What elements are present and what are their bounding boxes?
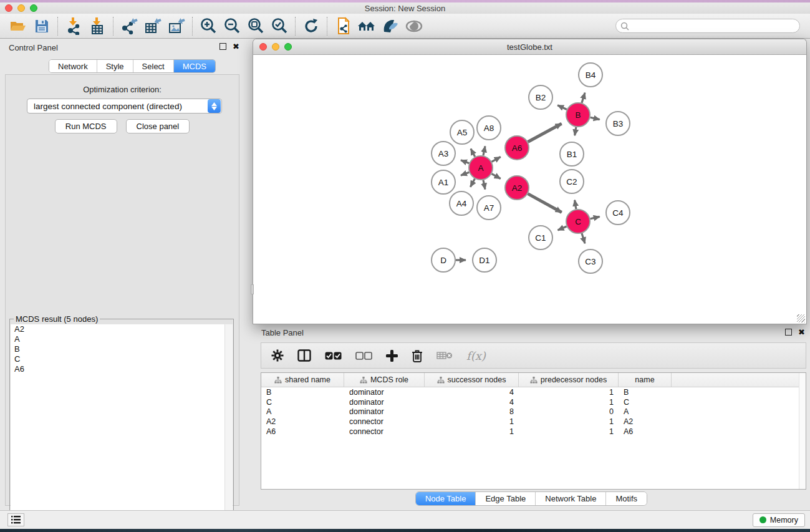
graph-edge-A-A3[interactable] — [461, 160, 469, 163]
table-cell[interactable]: 8 — [425, 407, 519, 416]
table-cell[interactable]: connector — [344, 427, 425, 436]
zoom-fit-button[interactable] — [244, 16, 268, 37]
tab-mcds[interactable]: MCDS — [174, 60, 215, 72]
apply-layout-button[interactable] — [299, 16, 323, 37]
table-cell[interactable]: 1 — [425, 427, 519, 436]
column-header[interactable]: successor nodes — [425, 373, 519, 387]
network-from-selection-button[interactable] — [331, 16, 355, 37]
node-table[interactable]: shared nameMCDS rolesuccessor nodesprede… — [261, 372, 806, 490]
import-table-button[interactable] — [85, 16, 109, 37]
table-cell[interactable]: A6 — [261, 427, 344, 436]
export-network-button[interactable] — [117, 16, 141, 37]
style-paint-button[interactable] — [378, 16, 402, 37]
tab-style[interactable]: Style — [97, 60, 133, 72]
open-session-button[interactable] — [6, 16, 30, 37]
search-input[interactable] — [629, 21, 799, 32]
table-cell[interactable]: 1 — [519, 398, 619, 407]
add-column-button[interactable] — [386, 350, 398, 362]
network-window-titlebar[interactable]: testGlobe.txt — [253, 39, 807, 55]
graph-edge-A-A1[interactable] — [461, 172, 469, 175]
table-cell[interactable]: A — [619, 407, 672, 416]
delete-column-button[interactable] — [412, 349, 423, 362]
graph-edge-A6-B[interactable] — [528, 123, 562, 142]
memory-button[interactable]: Memory — [753, 513, 805, 527]
column-header[interactable]: shared name — [261, 373, 344, 387]
search-field[interactable] — [615, 19, 800, 33]
table-row[interactable]: A2connector11A2 — [261, 417, 806, 427]
zoom-selected-button[interactable] — [268, 16, 291, 37]
graph-edge-C-C2[interactable] — [575, 200, 576, 210]
table-settings-button[interactable] — [271, 349, 284, 362]
export-table-button[interactable] — [141, 16, 165, 37]
table-cell[interactable]: connector — [344, 417, 425, 426]
list-scrollbar[interactable] — [224, 324, 233, 532]
eye-button[interactable] — [402, 16, 426, 37]
list-item[interactable]: B — [11, 344, 233, 354]
table-cell[interactable]: dominator — [344, 407, 425, 416]
column-header[interactable]: predecessor nodes — [519, 373, 619, 387]
tab-node-table[interactable]: Node Table — [416, 492, 476, 505]
table-row[interactable]: Adominator80A — [261, 407, 806, 417]
table-cell[interactable]: C — [619, 398, 672, 407]
table-cell[interactable]: 1 — [519, 388, 619, 397]
graph-edge-A-A4[interactable] — [470, 179, 475, 187]
import-network-button[interactable] — [62, 16, 85, 37]
zoom-in-button[interactable] — [196, 16, 220, 37]
graph-edge-B-B4[interactable] — [582, 93, 585, 103]
list-item[interactable]: A6 — [11, 364, 233, 374]
float-panel-icon[interactable] — [219, 43, 226, 50]
table-cell[interactable]: dominator — [344, 388, 425, 397]
graph-edge-C-C4[interactable] — [591, 216, 600, 218]
graph-edge-A-A6[interactable] — [492, 157, 501, 162]
zoom-out-button[interactable] — [220, 16, 244, 37]
graph-edge-A-A2[interactable] — [492, 174, 501, 179]
window-resize-grip[interactable] — [797, 314, 805, 322]
tab-motifs[interactable]: Motifs — [606, 492, 647, 505]
table-cell[interactable]: 1 — [425, 417, 519, 426]
table-row[interactable]: Bdominator41B — [261, 387, 806, 397]
view-splitter-handle[interactable] — [251, 284, 254, 294]
run-mcds-button[interactable]: Run MCDS — [55, 119, 117, 133]
table-cell[interactable]: 0 — [519, 407, 619, 416]
graph-edge-A-A7[interactable] — [483, 180, 485, 190]
table-cell[interactable]: 4 — [425, 388, 519, 397]
network-canvas[interactable]: B4B2BB3A8A5A6A3B1AA1C2A2A4A7C4CC1C3DD1 — [253, 55, 807, 324]
table-cell[interactable]: C — [261, 398, 344, 407]
list-item[interactable]: A — [11, 334, 233, 344]
table-cell[interactable]: 1 — [519, 427, 619, 436]
show-columns-button[interactable] — [297, 349, 311, 362]
network-graph[interactable]: B4B2BB3A8A5A6A3B1AA1C2A2A4A7C4CC1C3DD1 — [253, 55, 806, 324]
table-cell[interactable]: B — [619, 388, 672, 397]
select-all-button[interactable] — [325, 352, 342, 360]
table-scrollbar[interactable] — [799, 373, 806, 489]
graph-edge-B-B2[interactable] — [557, 105, 567, 110]
graph-edge-A-A8[interactable] — [483, 146, 485, 155]
table-cell[interactable]: A6 — [619, 427, 672, 436]
graph-edge-C-C1[interactable] — [558, 226, 567, 230]
graph-edge-A-A5[interactable] — [471, 149, 475, 157]
graph-edge-C-C3[interactable] — [582, 233, 585, 243]
deselect-all-button[interactable] — [355, 352, 372, 360]
table-cell[interactable]: A — [261, 407, 344, 416]
table-cell[interactable]: 1 — [519, 417, 619, 426]
criterion-select[interactable]: largest connected component (directed) — [27, 99, 222, 114]
close-panel-icon[interactable]: ✖ — [233, 43, 239, 50]
list-item[interactable]: A2 — [11, 324, 233, 334]
graph-edge-B-B1[interactable] — [575, 127, 576, 136]
houses-button[interactable] — [355, 16, 378, 37]
float-table-panel-icon[interactable] — [785, 329, 792, 336]
table-row[interactable]: A6connector11A6 — [261, 427, 806, 437]
graph-edge-A2-C[interactable] — [528, 194, 562, 213]
save-session-button[interactable] — [30, 16, 54, 37]
table-cell[interactable]: A2 — [261, 417, 344, 426]
task-history-button[interactable] — [7, 513, 24, 526]
list-item[interactable]: C — [11, 354, 233, 364]
tab-select[interactable]: Select — [133, 60, 174, 72]
table-cell[interactable]: A2 — [619, 417, 672, 426]
tab-network[interactable]: Network — [49, 60, 97, 72]
table-cell[interactable]: 4 — [425, 398, 519, 407]
close-table-panel-icon[interactable]: ✖ — [798, 329, 805, 336]
column-header[interactable]: name — [619, 373, 672, 387]
tab-network-table[interactable]: Network Table — [536, 492, 606, 505]
column-header[interactable]: MCDS role — [344, 373, 425, 387]
